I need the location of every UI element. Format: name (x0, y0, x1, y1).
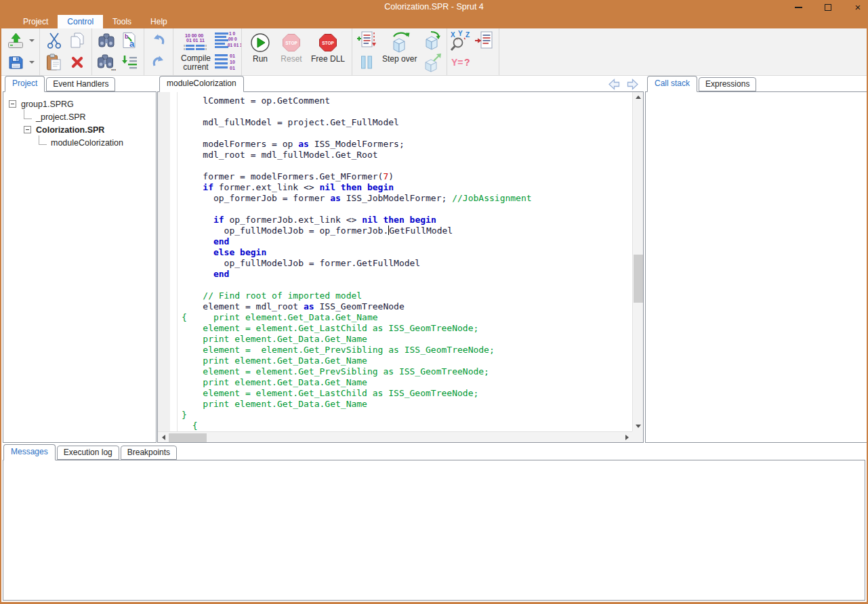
code-line: end (182, 236, 632, 247)
collapse-icon[interactable] (24, 126, 31, 133)
code-line: element = mdl_root as ISS_GeomTreeNode (182, 301, 632, 312)
project-panel-tab-project[interactable]: Project (5, 76, 45, 92)
tree-item-module-label: moduleColorization (51, 138, 123, 148)
debug-panel-tab-expressions[interactable]: Expressions (699, 77, 756, 91)
step-over-button[interactable]: Step over (378, 30, 421, 73)
close-button[interactable]: × (853, 3, 863, 12)
tree-item-project[interactable]: _project.SPR (3, 110, 156, 123)
evaluate-button[interactable]: Y=? (450, 51, 473, 73)
horizontal-scroll-thumb[interactable] (169, 433, 207, 442)
code-editor[interactable]: lComment = op.GetComment mdl_fullModel =… (158, 92, 632, 431)
scroll-right-button[interactable] (621, 432, 632, 443)
scroll-up-button[interactable] (633, 92, 644, 102)
reset-button[interactable]: STOPReset (276, 30, 307, 73)
code-line (182, 160, 632, 171)
redo-icon (150, 54, 167, 70)
nav-forward-button[interactable] (626, 78, 640, 91)
pause-button[interactable] (355, 51, 378, 73)
caret-down-icon (29, 61, 35, 64)
run-icon (249, 31, 271, 54)
replace-button[interactable]: ba (118, 30, 141, 51)
find-button[interactable] (95, 30, 118, 51)
compile-module-button[interactable]: 011001 (215, 51, 239, 73)
svg-text:b: b (125, 33, 129, 40)
svg-text:Y=: Y= (451, 57, 463, 68)
cube-into-icon (422, 30, 442, 51)
minimize-button[interactable] (793, 3, 803, 12)
editor-tab-modulecolorization[interactable]: moduleColorization (159, 76, 244, 92)
step-into-button[interactable] (421, 30, 444, 51)
menu-item-tools[interactable]: Tools (103, 15, 141, 28)
project-panel-tab-event-handlers[interactable]: Event Handlers (46, 77, 115, 91)
step-script-button[interactable] (355, 30, 378, 51)
redo-button[interactable] (147, 51, 170, 73)
svg-text:10: 10 (230, 60, 235, 64)
output-panel-tab-breakpoints[interactable]: Breakpoints (121, 446, 177, 460)
tree-item-group1-label: group1.SPRG (21, 100, 74, 109)
compile-current-button[interactable]: 10 00 0001 01 11Compile current (176, 30, 215, 73)
step-out-button[interactable] (421, 51, 444, 73)
goto-line-button[interactable] (118, 51, 141, 73)
paste-button[interactable] (43, 51, 66, 73)
copy-button[interactable] (66, 30, 89, 51)
cut-button[interactable] (43, 30, 66, 51)
code-line: mdl_fullModel = project.Get_FullModel (182, 117, 632, 128)
editor-tabs: moduleColorization (157, 77, 644, 91)
svg-text:01: 01 (230, 66, 235, 70)
debug-panel-tabs: Call stackExpressions (645, 77, 868, 91)
minimize-icon (795, 7, 802, 8)
load-dropdown[interactable] (27, 30, 37, 51)
code-line: print element.Get_Data.Get_Name (182, 377, 632, 388)
goto-statement-button[interactable] (473, 30, 496, 51)
nav-forward-icon (626, 78, 640, 91)
code-line: { (182, 420, 632, 431)
project-panel: ProjectEvent Handlers group1.SPRG_projec… (3, 77, 157, 443)
run-button[interactable]: Run (245, 30, 276, 73)
tree-item-module[interactable]: moduleColorization (3, 136, 156, 149)
svg-text:Z: Z (466, 31, 470, 39)
vertical-scroll-thumb[interactable] (634, 255, 643, 302)
messages-panel (3, 460, 865, 601)
tree-item-group1[interactable]: group1.SPRG (3, 98, 156, 110)
code-line (182, 204, 632, 215)
close-icon: × (855, 4, 861, 11)
xyz-magnifier-icon: XYZ (449, 30, 474, 51)
debug-panel-tab-call-stack[interactable]: Call stack (647, 76, 697, 92)
load-button[interactable] (4, 30, 27, 51)
nav-back-button[interactable] (607, 78, 621, 91)
editor-vertical-scrollbar[interactable] (632, 92, 643, 431)
scroll-down-button[interactable] (633, 421, 644, 431)
editor-panel: moduleColorization lComment = op.GetComm… (157, 77, 644, 443)
toolbar: ...ba10 00 0001 01 11Compile current1 00… (1, 28, 867, 76)
menu-item-project[interactable]: Project (14, 15, 58, 28)
toolbar-group-inspect: XYZY=? (447, 28, 499, 75)
titlebar[interactable]: Colorization.SPR - Sprut 4 × (0, 0, 868, 15)
menu-item-control[interactable]: Control (58, 15, 103, 28)
replace-icon: ba (121, 31, 138, 50)
collapse-icon[interactable] (9, 100, 16, 108)
tree-connector (24, 110, 32, 119)
editor-horizontal-scrollbar[interactable] (158, 431, 632, 442)
free-dll-button[interactable]: STOPFree DLL (307, 30, 349, 73)
menu-item-help[interactable]: Help (141, 15, 177, 28)
delete-x-icon (70, 55, 85, 70)
save-button[interactable] (4, 51, 27, 73)
code-line: end (182, 269, 632, 280)
find-xyz-button[interactable]: XYZ (450, 30, 473, 51)
cube-out-icon (422, 52, 442, 72)
scroll-left-button[interactable] (158, 432, 169, 443)
svg-text:1 0: 1 0 (229, 31, 235, 36)
binoculars-icon (97, 32, 116, 49)
toolbar-group-stepping: Step over (352, 28, 447, 75)
output-panel-tab-execution-log[interactable]: Execution log (57, 446, 119, 460)
delete-button[interactable] (66, 51, 89, 73)
tree-item-colorization[interactable]: Colorization.SPR (3, 123, 156, 136)
undo-button[interactable] (147, 30, 170, 51)
find-next-button[interactable]: ... (95, 51, 118, 73)
toolbar-group-search: ...ba (92, 28, 144, 75)
compile-all-button[interactable]: 1 000 001 01 1 (215, 30, 239, 51)
svg-text:?: ? (464, 57, 470, 68)
output-panel-tab-messages[interactable]: Messages (3, 444, 56, 460)
maximize-button[interactable] (823, 3, 833, 12)
save-dropdown[interactable] (27, 51, 37, 73)
